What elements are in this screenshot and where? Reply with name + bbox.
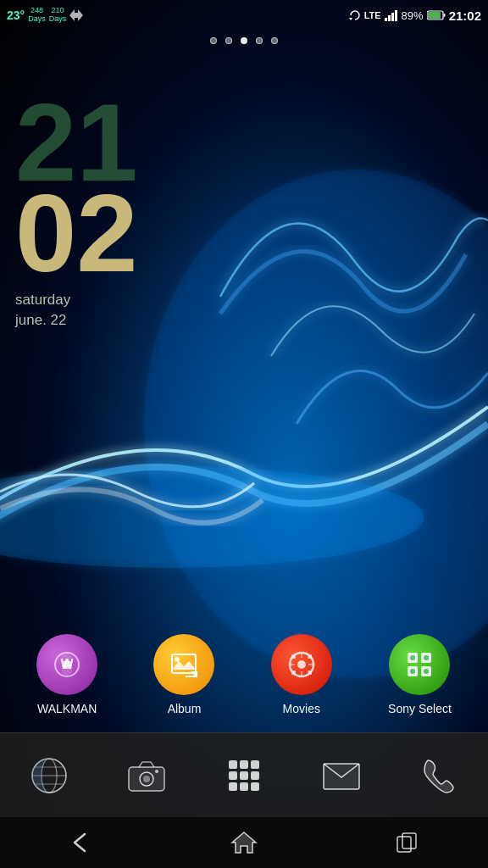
clock-date: saturday june. 22 (15, 290, 138, 331)
svg-rect-55 (251, 782, 259, 791)
svg-text:W: W (61, 657, 75, 671)
nav-bar (0, 817, 488, 868)
svg-rect-58 (397, 837, 411, 852)
svg-point-0 (144, 170, 488, 678)
svg-point-36 (410, 669, 415, 674)
svg-point-21 (297, 660, 306, 669)
browser-dock-icon[interactable] (24, 750, 75, 801)
walkman-app[interactable]: W WALKMAN (36, 634, 97, 715)
svg-rect-9 (443, 14, 445, 17)
svg-rect-50 (229, 771, 237, 780)
status-bar: 23° 248 Days 210 Days LTE 89% (0, 0, 488, 31)
svg-marker-3 (349, 18, 352, 20)
back-nav-button[interactable] (56, 824, 107, 861)
album-app[interactable]: Album (153, 634, 214, 715)
svg-rect-14 (172, 654, 196, 673)
clock-hours: 21 (15, 93, 138, 192)
sony-select-app[interactable]: Sony Select (388, 634, 452, 715)
svg-point-45 (143, 776, 150, 782)
svg-point-34 (410, 655, 415, 660)
page-dot-2[interactable] (225, 37, 232, 44)
album-label: Album (168, 702, 202, 715)
movies-app[interactable]: Movies (271, 634, 332, 715)
svg-rect-10 (428, 12, 441, 19)
svg-rect-59 (402, 833, 416, 849)
svg-rect-23 (308, 654, 312, 659)
phone-dock-icon[interactable] (413, 750, 464, 801)
svg-rect-48 (240, 760, 248, 769)
signal-icon (385, 9, 398, 21)
svg-rect-7 (395, 10, 397, 21)
walkman-label: WALKMAN (37, 702, 97, 715)
svg-rect-51 (240, 771, 248, 780)
svg-rect-47 (229, 760, 237, 769)
home-nav-button[interactable] (219, 824, 269, 861)
dock (0, 732, 488, 817)
temperature: 23° (7, 8, 25, 22)
svg-point-37 (424, 669, 429, 674)
status-right: LTE 89% 21:02 (349, 8, 481, 23)
svg-rect-4 (385, 18, 387, 21)
arrows-icon (69, 9, 83, 21)
status-left: 23° 248 Days 210 Days (7, 7, 349, 24)
page-dots (0, 37, 488, 44)
page-dot-5[interactable] (271, 37, 278, 44)
svg-rect-54 (240, 782, 248, 791)
page-dot-4[interactable] (256, 37, 263, 44)
battery-icon (427, 10, 446, 20)
camera-dock-icon[interactable] (121, 750, 172, 801)
sony-select-label: Sony Select (388, 702, 452, 715)
svg-rect-52 (251, 771, 259, 780)
sony-select-icon (389, 634, 450, 695)
svg-rect-22 (291, 654, 296, 659)
svg-rect-53 (229, 782, 237, 791)
album-icon (153, 634, 214, 695)
svg-rect-25 (308, 670, 312, 675)
svg-marker-2 (69, 9, 83, 21)
movies-label: Movies (283, 702, 320, 715)
battery-percent: 89% (402, 9, 424, 22)
page-dot-1[interactable] (210, 37, 217, 44)
svg-rect-5 (388, 15, 391, 21)
svg-rect-6 (391, 13, 394, 21)
movies-icon (271, 634, 332, 695)
svg-rect-24 (291, 670, 296, 675)
messages-dock-icon[interactable] (316, 750, 367, 801)
svg-point-46 (155, 770, 158, 773)
clock-status: 21:02 (449, 8, 481, 23)
recent-nav-button[interactable] (381, 824, 432, 861)
clock-widget: 21 02 saturday june. 22 (15, 93, 138, 331)
svg-point-16 (175, 657, 180, 662)
svg-point-35 (424, 655, 429, 660)
days-counter-2: 210 Days (49, 7, 67, 24)
svg-marker-57 (232, 832, 256, 853)
walkman-icon: W (36, 634, 97, 695)
svg-rect-49 (251, 760, 259, 769)
launcher-dock-icon[interactable] (219, 750, 269, 801)
app-row: W WALKMAN Album (0, 634, 488, 715)
svg-marker-15 (172, 661, 196, 670)
days-counter-1: 248 Days (28, 7, 46, 24)
rotate-icon (349, 9, 361, 21)
lte-label: LTE (364, 10, 381, 20)
page-dot-3[interactable] (241, 37, 247, 44)
